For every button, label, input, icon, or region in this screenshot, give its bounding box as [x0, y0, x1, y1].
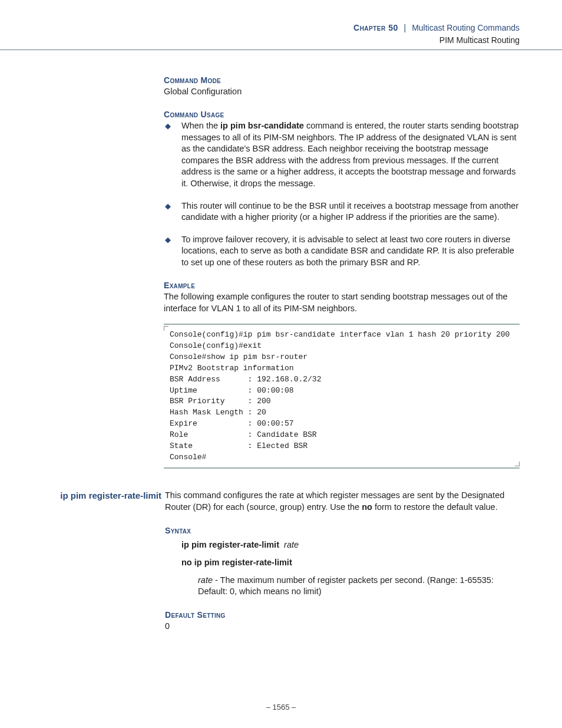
- syntax1-arg: rate: [284, 540, 299, 549]
- example-heading: Example: [164, 280, 520, 291]
- command-description: This command configures the rate at whic…: [165, 490, 520, 640]
- syntax-heading: Syntax: [165, 525, 520, 536]
- arg-desc: - The maximum number of register packets…: [198, 575, 494, 597]
- syntax-line-1: ip pim register-rate-limit rate: [181, 539, 520, 551]
- default-setting-heading: Default Setting: [165, 610, 520, 621]
- header-separator: |: [401, 23, 410, 32]
- content-area: Command Mode Global Configuration Comman…: [0, 75, 562, 640]
- usage-list: When the ip pim bsr-candidate command is…: [164, 120, 520, 268]
- command-mode-text: Global Configuration: [164, 86, 520, 98]
- cmd-desc-para: This command configures the rate at whic…: [165, 490, 520, 513]
- chapter-label: Chapter 50: [353, 23, 398, 32]
- example-intro: The following example configures the rou…: [164, 291, 520, 314]
- bullet-1-pre: When the: [181, 121, 220, 130]
- syntax-block: ip pim register-rate-limit rate no ip pi…: [165, 539, 520, 597]
- syntax1-cmd: ip pim register-rate-limit: [181, 540, 279, 549]
- page: Chapter 50 | Multicast Routing Commands …: [0, 0, 562, 728]
- command-definition: ip pim register-rate-limit This command …: [164, 490, 520, 640]
- header-line-1: Chapter 50 | Multicast Routing Commands: [0, 22, 520, 34]
- command-name: ip pim register-rate-limit: [51, 490, 165, 502]
- syntax-line-2: no ip pim register-rate-limit: [181, 557, 520, 569]
- bullet-1-post: command is entered, the router starts se…: [181, 121, 518, 188]
- header-line-2: PIM Multicast Routing: [0, 34, 520, 46]
- usage-bullet-3: To improve failover recovery, it is advi…: [164, 234, 520, 269]
- usage-bullet-2: This router will continue to be the BSR …: [164, 200, 520, 223]
- header-subject: Multicast Routing Commands: [412, 23, 520, 32]
- syntax2-cmd: no ip pim register-rate-limit: [181, 558, 292, 567]
- syntax-arg-desc: rate - The maximum number of register pa…: [181, 575, 520, 598]
- arg-name: rate: [198, 575, 213, 585]
- page-header: Chapter 50 | Multicast Routing Commands …: [0, 0, 562, 50]
- command-mode-heading: Command Mode: [164, 75, 520, 86]
- default-setting-value: 0: [165, 621, 520, 633]
- command-usage-heading: Command Usage: [164, 109, 520, 120]
- bullet-1-cmd: ip pim bsr-candidate: [220, 121, 304, 130]
- page-footer: – 1565 –: [0, 702, 562, 713]
- cmd-desc-bold: no: [362, 502, 372, 512]
- cmd-desc-post: form to restore the default value.: [372, 502, 498, 512]
- code-block: Console(config)#ip pim bsr-candidate int…: [164, 324, 520, 469]
- usage-bullet-1: When the ip pim bsr-candidate command is…: [164, 120, 520, 189]
